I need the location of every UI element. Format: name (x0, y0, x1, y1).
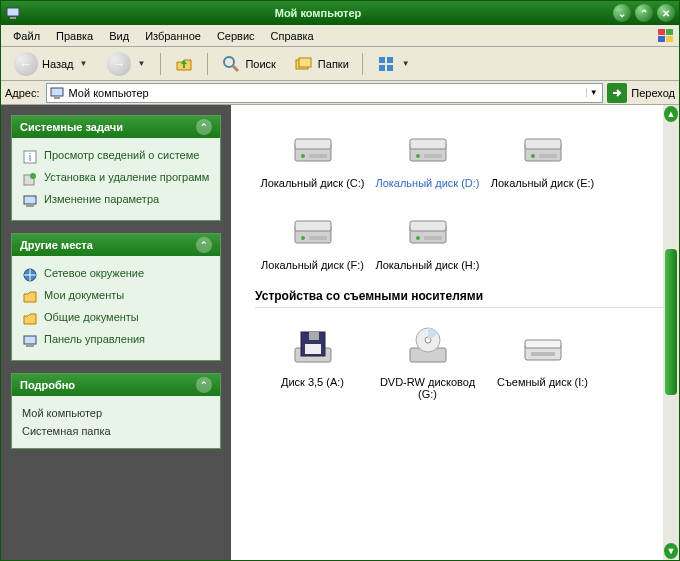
system-tasks-body: i Просмотр сведений о системе Установка … (12, 138, 220, 220)
svg-rect-4 (658, 36, 665, 42)
task-system-info[interactable]: i Просмотр сведений о системе (22, 146, 210, 168)
back-button[interactable]: ← Назад ▼ (7, 48, 96, 80)
task-label: Просмотр сведений о системе (44, 149, 199, 161)
details-header[interactable]: Подробно ⌃ (12, 374, 220, 396)
maximize-button[interactable]: ⌃ (635, 4, 653, 22)
forward-arrow-icon: → (107, 52, 131, 76)
menu-help[interactable]: Справка (263, 28, 322, 44)
drive-label: DVD-RW дисковод (G:) (372, 376, 483, 400)
drive-item[interactable]: Локальный диск (C:) (255, 117, 370, 199)
place-label: Мои документы (44, 289, 124, 301)
collapse-icon[interactable]: ⌃ (196, 237, 212, 253)
other-places-header[interactable]: Другие места ⌃ (12, 234, 220, 256)
scroll-track[interactable] (663, 123, 679, 542)
computer-icon (49, 85, 65, 101)
folders-label: Папки (318, 58, 349, 70)
svg-rect-21 (26, 205, 34, 207)
dvd-icon (404, 322, 452, 370)
programs-icon (22, 171, 38, 187)
up-button[interactable] (167, 50, 201, 78)
drive-item[interactable]: Локальный диск (F:) (255, 199, 370, 281)
forward-button[interactable]: → ▼ (100, 48, 154, 80)
search-button[interactable]: Поиск (214, 50, 282, 78)
chevron-down-icon[interactable]: ▼ (135, 59, 147, 68)
drive-label: Локальный диск (E:) (491, 177, 595, 189)
side-panel: Системные задачи ⌃ i Просмотр сведений о… (1, 105, 231, 560)
drive-item[interactable]: Диск 3,5 (A:) (255, 316, 370, 410)
floppy-icon (289, 322, 337, 370)
hdd-icon (289, 205, 337, 253)
place-label: Сетевое окружение (44, 267, 144, 279)
chevron-down-icon[interactable]: ▼ (400, 59, 412, 68)
address-field[interactable]: Мой компьютер ▼ (46, 83, 604, 103)
svg-rect-28 (309, 154, 327, 158)
menu-view[interactable]: Вид (101, 28, 137, 44)
minimize-button[interactable]: ⌄ (613, 4, 631, 22)
scroll-thumb[interactable] (665, 249, 677, 396)
system-tasks-header[interactable]: Системные задачи ⌃ (12, 116, 220, 138)
menu-edit[interactable]: Правка (48, 28, 101, 44)
drive-label: Локальный диск (D:) (375, 177, 479, 189)
windows-flag-icon (657, 28, 675, 44)
removable-section-header: Устройства со съемными носителями (255, 281, 669, 308)
task-change-setting[interactable]: Изменение параметра (22, 190, 210, 212)
svg-rect-32 (424, 154, 442, 158)
views-icon (376, 54, 396, 74)
place-my-documents[interactable]: Мои документы (22, 286, 210, 308)
details-box: Подробно ⌃ Мой компьютер Системная папка (11, 373, 221, 449)
search-label: Поиск (245, 58, 275, 70)
drive-item[interactable]: Локальный диск (H:) (370, 199, 485, 281)
svg-point-6 (224, 57, 234, 67)
folders-button[interactable]: Папки (287, 50, 356, 78)
svg-rect-47 (309, 332, 319, 340)
folder-icon (22, 311, 38, 327)
menu-tools[interactable]: Сервис (209, 28, 263, 44)
menu-file[interactable]: Файл (5, 28, 48, 44)
address-dropdown-icon[interactable]: ▼ (586, 88, 600, 97)
collapse-icon[interactable]: ⌃ (196, 377, 212, 393)
go-button[interactable] (607, 83, 627, 103)
svg-point-35 (531, 154, 535, 158)
hdd-icon (404, 123, 452, 171)
svg-rect-11 (387, 57, 393, 63)
menu-favorites[interactable]: Избранное (137, 28, 209, 44)
views-button[interactable]: ▼ (369, 50, 419, 78)
svg-line-7 (233, 66, 238, 71)
place-label: Общие документы (44, 311, 139, 323)
place-network[interactable]: Сетевое окружение (22, 264, 210, 286)
go-label: Переход (631, 87, 675, 99)
other-places-title: Другие места (20, 239, 93, 251)
svg-rect-48 (305, 344, 321, 354)
settings-icon (22, 193, 38, 209)
drive-item[interactable]: DVD-RW дисковод (G:) (370, 316, 485, 410)
drive-item[interactable]: Съемный диск (I:) (485, 316, 600, 410)
task-add-remove-programs[interactable]: Установка и удаление программ (22, 168, 210, 190)
network-icon (22, 267, 38, 283)
system-tasks-title: Системные задачи (20, 121, 123, 133)
place-control-panel[interactable]: Панель управления (22, 330, 210, 352)
scroll-down-button[interactable]: ▼ (664, 543, 678, 559)
drive-item[interactable]: Локальный диск (D:) (370, 117, 485, 199)
folder-icon (22, 289, 38, 305)
toolbar-separator (207, 53, 208, 75)
address-label: Адрес: (5, 87, 42, 99)
svg-rect-54 (531, 352, 555, 356)
scroll-up-button[interactable]: ▲ (664, 106, 678, 122)
svg-rect-34 (525, 139, 561, 149)
collapse-icon[interactable]: ⌃ (196, 119, 212, 135)
details-title: Подробно (20, 379, 75, 391)
removable-grid: Диск 3,5 (A:)DVD-RW дисковод (G:)Съемный… (255, 316, 669, 410)
place-shared-documents[interactable]: Общие документы (22, 308, 210, 330)
title-bar[interactable]: Мой компьютер ⌄ ⌃ ✕ (1, 1, 679, 25)
removable-icon (519, 322, 567, 370)
drive-item[interactable]: Локальный диск (E:) (485, 117, 600, 199)
task-label: Изменение параметра (44, 193, 159, 205)
vertical-scrollbar[interactable]: ▲ ▼ (663, 105, 679, 560)
drive-label: Локальный диск (H:) (375, 259, 479, 271)
svg-text:i: i (29, 151, 31, 163)
file-pane[interactable]: Локальный диск (C:)Локальный диск (D:)Ло… (231, 105, 679, 560)
svg-rect-9 (299, 58, 311, 67)
back-arrow-icon: ← (14, 52, 38, 76)
chevron-down-icon[interactable]: ▼ (78, 59, 90, 68)
close-button[interactable]: ✕ (657, 4, 675, 22)
